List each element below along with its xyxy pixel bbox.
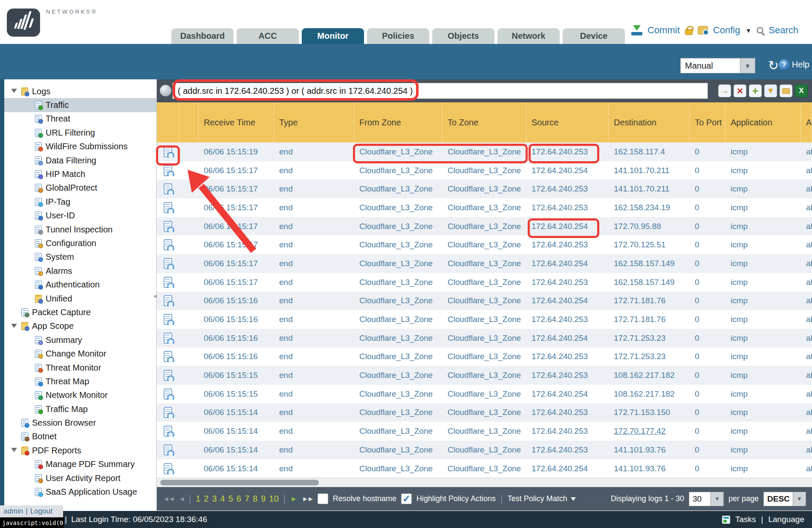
nav-tab[interactable]: Device xyxy=(563,28,625,44)
log-detail-magnifier-icon[interactable] xyxy=(164,389,172,400)
sidebar-item[interactable]: Configuration xyxy=(4,236,156,250)
commit-button[interactable]: Commit xyxy=(647,25,680,36)
sidebar-item[interactable]: Alarms xyxy=(4,264,156,278)
per-page-chevron-down-icon[interactable]: ▼ xyxy=(711,492,724,506)
next-page-button[interactable]: ► xyxy=(290,495,297,503)
sidebar-item[interactable]: Traffic xyxy=(4,98,156,112)
destination-cell[interactable]: 162.158.234.19 xyxy=(614,203,670,212)
help-icon[interactable] xyxy=(779,59,789,70)
table-row[interactable]: 06/06 15:15:17 end Cloudflare_L3_Zone Cl… xyxy=(157,273,812,292)
log-detail-magnifier-icon[interactable] xyxy=(164,444,172,455)
page-number[interactable]: 4 xyxy=(220,494,225,504)
column-header[interactable]: Type xyxy=(274,102,354,142)
log-detail-magnifier-icon[interactable] xyxy=(164,407,172,418)
config-button[interactable]: Config xyxy=(713,25,740,36)
table-row[interactable]: 06/06 15:15:16 end Cloudflare_L3_Zone Cl… xyxy=(157,348,812,366)
sidebar-item[interactable]: WildFire Submissions xyxy=(4,140,156,154)
log-detail-magnifier-icon[interactable] xyxy=(164,277,172,288)
nav-tab[interactable]: Objects xyxy=(432,28,494,44)
table-row[interactable]: 06/06 15:15:14 end Cloudflare_L3_Zone Cl… xyxy=(157,459,812,478)
sidebar-item[interactable]: SaaS Application Usage xyxy=(4,485,156,499)
table-row[interactable]: 06/06 15:15:17 end Cloudflare_L3_Zone Cl… xyxy=(157,254,812,273)
nav-tab[interactable]: Monitor xyxy=(302,28,364,44)
log-detail-magnifier-icon[interactable] xyxy=(164,258,172,269)
sidebar-item[interactable]: URL Filtering xyxy=(4,126,156,139)
sidebar-item[interactable]: Threat Monitor xyxy=(4,361,156,374)
destination-cell[interactable]: 162.158.117.4 xyxy=(614,147,665,156)
apply-filter-icon[interactable]: → xyxy=(718,84,731,97)
destination-cell[interactable]: 172.70.125.51 xyxy=(614,240,666,249)
admin-user-label[interactable]: admin xyxy=(3,507,23,516)
sidebar-item[interactable]: System xyxy=(4,250,156,264)
destination-cell[interactable]: 108.162.217.182 xyxy=(614,371,675,380)
table-row[interactable]: 06/06 15:15:17 end Cloudflare_L3_Zone Cl… xyxy=(157,161,812,180)
table-row[interactable]: 06/06 15:15:17 end Cloudflare_L3_Zone Cl… xyxy=(157,217,812,236)
page-number[interactable]: 9 xyxy=(261,494,266,504)
per-page-select[interactable]: 30 ▼ xyxy=(689,492,724,506)
export-to-csv-icon[interactable]: X xyxy=(795,84,808,97)
column-header[interactable] xyxy=(157,102,179,142)
sort-order-chevron-down-icon[interactable]: ▼ xyxy=(793,492,806,506)
page-number[interactable]: 8 xyxy=(253,494,257,504)
config-chevron-down-icon[interactable]: ▼ xyxy=(745,27,751,34)
table-row[interactable]: 06/06 15:15:16 end Cloudflare_L3_Zone Cl… xyxy=(157,292,812,310)
table-row[interactable]: 06/06 15:15:17 end Cloudflare_L3_Zone Cl… xyxy=(157,235,812,254)
log-detail-magnifier-icon[interactable] xyxy=(164,351,172,362)
log-detail-magnifier-icon[interactable] xyxy=(164,202,172,213)
highlight-policy-actions-checkbox[interactable] xyxy=(401,493,412,504)
destination-cell[interactable]: 172.71.253.23 xyxy=(614,352,666,361)
log-detail-magnifier-icon[interactable] xyxy=(164,165,172,176)
add-filter-icon[interactable]: + xyxy=(749,84,762,97)
column-header[interactable]: A xyxy=(801,102,812,142)
column-header[interactable]: Application xyxy=(725,102,801,142)
nav-tab[interactable]: ACC xyxy=(237,28,299,44)
sidebar-item[interactable]: Tunnel Inspection xyxy=(4,223,156,236)
table-row[interactable]: 06/06 15:15:16 end Cloudflare_L3_Zone Cl… xyxy=(157,310,812,329)
previous-page-button[interactable]: ◄ xyxy=(179,495,184,503)
column-header[interactable]: Source xyxy=(526,102,609,142)
refresh-mode-chevron-down-icon[interactable]: ▼ xyxy=(740,58,755,73)
tasks-button[interactable]: Tasks xyxy=(735,515,756,524)
sidebar-item[interactable]: HIP Match xyxy=(4,167,156,181)
filter-builder-icon[interactable]: ▼ xyxy=(764,84,777,97)
table-row[interactable]: 06/06 15:15:19 end Cloudflare_L3_Zone Cl… xyxy=(157,142,812,161)
page-number[interactable]: 10 xyxy=(269,494,278,504)
lock-icon[interactable] xyxy=(685,29,693,35)
sidebar-item[interactable]: IP-Tag xyxy=(4,195,156,209)
refresh-mode-select[interactable]: Manual ▼ xyxy=(680,58,755,73)
table-row[interactable]: 06/06 15:15:14 end Cloudflare_L3_Zone Cl… xyxy=(157,441,812,459)
page-number[interactable]: 7 xyxy=(245,494,249,504)
tasks-icon[interactable] xyxy=(722,516,730,524)
destination-cell[interactable]: 172.71.181.76 xyxy=(614,296,666,305)
sidebar-item[interactable]: Traffic Map xyxy=(4,402,156,416)
log-detail-magnifier-icon[interactable] xyxy=(164,426,172,437)
refresh-icon[interactable]: ↻ xyxy=(768,58,779,73)
table-row[interactable]: 06/06 15:15:17 end Cloudflare_L3_Zone Cl… xyxy=(157,180,812,198)
test-policy-match-dropdown[interactable]: Test Policy Match xyxy=(508,494,576,503)
sidebar-item[interactable]: Session Browser xyxy=(4,416,156,429)
load-filter-icon[interactable] xyxy=(780,84,792,97)
destination-cell[interactable]: 141.101.70.211 xyxy=(614,166,670,175)
nav-tab[interactable]: Policies xyxy=(367,28,429,44)
destination-cell[interactable]: 141.101.93.76 xyxy=(614,464,666,473)
last-page-button[interactable]: ►► xyxy=(302,495,313,503)
log-detail-magnifier-icon[interactable] xyxy=(164,314,172,325)
table-row[interactable]: 06/06 15:15:15 end Cloudflare_L3_Zone Cl… xyxy=(157,366,812,385)
logout-link[interactable]: Logout xyxy=(30,507,52,516)
sidebar-item[interactable]: User-ID xyxy=(4,209,156,223)
destination-cell[interactable]: 172.71.253.23 xyxy=(614,334,666,342)
column-header[interactable]: To Port xyxy=(690,102,725,142)
table-row[interactable]: 06/06 15:15:17 end Cloudflare_L3_Zone Cl… xyxy=(157,198,812,217)
table-row[interactable]: 06/06 15:15:14 end Cloudflare_L3_Zone Cl… xyxy=(157,422,812,441)
tree-expand-arrow-icon[interactable] xyxy=(11,89,17,93)
destination-cell[interactable]: 108.162.217.182 xyxy=(614,389,675,398)
first-page-button[interactable]: ◄◄ xyxy=(163,495,174,503)
sidebar-item[interactable]: Network Monitor xyxy=(4,389,156,402)
sidebar-item[interactable]: Packet Capture xyxy=(4,305,156,319)
sidebar-item[interactable]: Manage PDF Summary xyxy=(4,458,156,471)
table-row[interactable]: 06/06 15:15:14 end Cloudflare_L3_Zone Cl… xyxy=(157,403,812,422)
page-number[interactable]: 6 xyxy=(237,494,241,504)
column-header[interactable]: From Zone xyxy=(354,102,442,142)
tree-expand-arrow-icon[interactable] xyxy=(11,324,17,328)
log-detail-magnifier-icon[interactable] xyxy=(164,183,172,194)
